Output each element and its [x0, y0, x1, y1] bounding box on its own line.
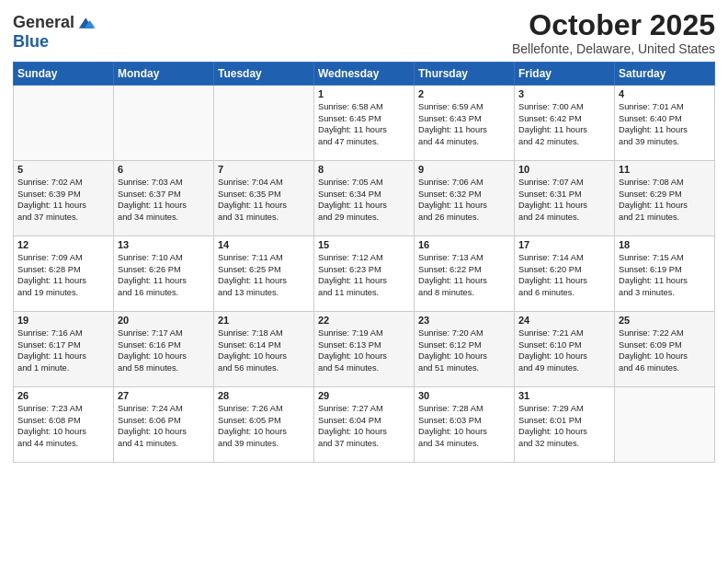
table-cell: 23Sunrise: 7:20 AM Sunset: 6:12 PM Dayli…: [415, 312, 515, 387]
table-cell: 22Sunrise: 7:19 AM Sunset: 6:13 PM Dayli…: [314, 312, 415, 387]
day-number: 4: [619, 88, 711, 99]
calendar-row-4: 19Sunrise: 7:16 AM Sunset: 6:17 PM Dayli…: [14, 312, 715, 387]
table-cell: 28Sunrise: 7:26 AM Sunset: 6:05 PM Dayli…: [214, 387, 314, 463]
month-title: October 2025: [512, 9, 715, 41]
day-info: Sunrise: 6:58 AM Sunset: 6:45 PM Dayligh…: [318, 101, 410, 147]
day-number: 11: [619, 164, 711, 175]
day-info: Sunrise: 7:24 AM Sunset: 6:06 PM Dayligh…: [118, 403, 210, 449]
day-info: Sunrise: 7:00 AM Sunset: 6:42 PM Dayligh…: [518, 101, 610, 147]
day-info: Sunrise: 7:10 AM Sunset: 6:26 PM Dayligh…: [118, 252, 210, 298]
table-cell: 6Sunrise: 7:03 AM Sunset: 6:37 PM Daylig…: [114, 161, 214, 236]
day-info: Sunrise: 7:07 AM Sunset: 6:31 PM Dayligh…: [518, 177, 610, 223]
day-number: 26: [17, 390, 109, 401]
table-cell: 12Sunrise: 7:09 AM Sunset: 6:28 PM Dayli…: [14, 236, 114, 312]
day-number: 23: [418, 315, 510, 326]
day-number: 9: [418, 164, 510, 175]
day-number: 18: [619, 239, 711, 250]
day-info: Sunrise: 7:18 AM Sunset: 6:14 PM Dayligh…: [218, 327, 310, 373]
day-number: 2: [418, 88, 510, 99]
day-number: 22: [318, 315, 410, 326]
day-info: Sunrise: 7:11 AM Sunset: 6:25 PM Dayligh…: [218, 252, 310, 298]
table-cell: 10Sunrise: 7:07 AM Sunset: 6:31 PM Dayli…: [515, 161, 615, 236]
day-info: Sunrise: 6:59 AM Sunset: 6:43 PM Dayligh…: [418, 101, 510, 147]
day-number: 12: [17, 239, 109, 250]
header: General Blue October 2025 Bellefonte, De…: [13, 9, 715, 56]
table-cell: 5Sunrise: 7:02 AM Sunset: 6:39 PM Daylig…: [14, 161, 114, 236]
table-cell: 13Sunrise: 7:10 AM Sunset: 6:26 PM Dayli…: [114, 236, 214, 312]
th-tuesday: Tuesday: [214, 63, 314, 86]
day-number: 16: [418, 239, 510, 250]
day-info: Sunrise: 7:05 AM Sunset: 6:34 PM Dayligh…: [318, 177, 410, 223]
day-info: Sunrise: 7:03 AM Sunset: 6:37 PM Dayligh…: [118, 177, 210, 223]
weekday-header-row: Sunday Monday Tuesday Wednesday Thursday…: [14, 63, 715, 86]
table-cell: 8Sunrise: 7:05 AM Sunset: 6:34 PM Daylig…: [314, 161, 415, 236]
day-info: Sunrise: 7:06 AM Sunset: 6:32 PM Dayligh…: [418, 177, 510, 223]
day-number: 13: [118, 239, 210, 250]
day-number: 8: [318, 164, 410, 175]
th-monday: Monday: [114, 63, 214, 86]
table-cell: [114, 86, 214, 161]
day-info: Sunrise: 7:14 AM Sunset: 6:20 PM Dayligh…: [518, 252, 610, 298]
logo-general: General: [13, 14, 74, 32]
page: General Blue October 2025 Bellefonte, De…: [0, 0, 728, 563]
day-info: Sunrise: 7:21 AM Sunset: 6:10 PM Dayligh…: [518, 327, 610, 373]
day-number: 29: [318, 390, 410, 401]
table-cell: 20Sunrise: 7:17 AM Sunset: 6:16 PM Dayli…: [114, 312, 214, 387]
day-info: Sunrise: 7:29 AM Sunset: 6:01 PM Dayligh…: [518, 403, 610, 449]
table-cell: 16Sunrise: 7:13 AM Sunset: 6:22 PM Dayli…: [415, 236, 515, 312]
th-friday: Friday: [515, 63, 615, 86]
th-saturday: Saturday: [615, 63, 715, 86]
day-number: 3: [518, 88, 610, 99]
day-number: 21: [218, 315, 310, 326]
day-number: 17: [518, 239, 610, 250]
day-number: 15: [318, 239, 410, 250]
table-cell: 11Sunrise: 7:08 AM Sunset: 6:29 PM Dayli…: [615, 161, 715, 236]
day-info: Sunrise: 7:19 AM Sunset: 6:13 PM Dayligh…: [318, 327, 410, 373]
day-info: Sunrise: 7:16 AM Sunset: 6:17 PM Dayligh…: [17, 327, 109, 373]
table-cell: 7Sunrise: 7:04 AM Sunset: 6:35 PM Daylig…: [214, 161, 314, 236]
table-cell: 14Sunrise: 7:11 AM Sunset: 6:25 PM Dayli…: [214, 236, 314, 312]
table-cell: [14, 86, 114, 161]
calendar-row-5: 26Sunrise: 7:23 AM Sunset: 6:08 PM Dayli…: [14, 387, 715, 463]
day-number: 20: [118, 315, 210, 326]
day-number: 10: [518, 164, 610, 175]
table-cell: 27Sunrise: 7:24 AM Sunset: 6:06 PM Dayli…: [114, 387, 214, 463]
day-number: 19: [17, 315, 109, 326]
title-area: October 2025 Bellefonte, Delaware, Unite…: [512, 9, 715, 56]
table-cell: 25Sunrise: 7:22 AM Sunset: 6:09 PM Dayli…: [615, 312, 715, 387]
table-cell: 31Sunrise: 7:29 AM Sunset: 6:01 PM Dayli…: [515, 387, 615, 463]
table-cell: [615, 387, 715, 463]
day-info: Sunrise: 7:22 AM Sunset: 6:09 PM Dayligh…: [619, 327, 711, 373]
day-info: Sunrise: 7:13 AM Sunset: 6:22 PM Dayligh…: [418, 252, 510, 298]
day-number: 30: [418, 390, 510, 401]
day-info: Sunrise: 7:01 AM Sunset: 6:40 PM Dayligh…: [619, 101, 711, 147]
day-number: 1: [318, 88, 410, 99]
day-info: Sunrise: 7:04 AM Sunset: 6:35 PM Dayligh…: [218, 177, 310, 223]
day-info: Sunrise: 7:15 AM Sunset: 6:19 PM Dayligh…: [619, 252, 711, 298]
logo-icon: [76, 13, 97, 33]
th-thursday: Thursday: [415, 63, 515, 86]
table-cell: 21Sunrise: 7:18 AM Sunset: 6:14 PM Dayli…: [214, 312, 314, 387]
day-number: 24: [518, 315, 610, 326]
day-number: 14: [218, 239, 310, 250]
day-number: 25: [619, 315, 711, 326]
day-number: 31: [518, 390, 610, 401]
table-cell: [214, 86, 314, 161]
table-cell: 2Sunrise: 6:59 AM Sunset: 6:43 PM Daylig…: [415, 86, 515, 161]
table-cell: 19Sunrise: 7:16 AM Sunset: 6:17 PM Dayli…: [14, 312, 114, 387]
table-cell: 3Sunrise: 7:00 AM Sunset: 6:42 PM Daylig…: [515, 86, 615, 161]
day-info: Sunrise: 7:26 AM Sunset: 6:05 PM Dayligh…: [218, 403, 310, 449]
logo: General Blue: [13, 13, 97, 52]
day-info: Sunrise: 7:20 AM Sunset: 6:12 PM Dayligh…: [418, 327, 510, 373]
day-number: 27: [118, 390, 210, 401]
table-cell: 17Sunrise: 7:14 AM Sunset: 6:20 PM Dayli…: [515, 236, 615, 312]
day-info: Sunrise: 7:23 AM Sunset: 6:08 PM Dayligh…: [17, 403, 109, 449]
day-info: Sunrise: 7:27 AM Sunset: 6:04 PM Dayligh…: [318, 403, 410, 449]
th-sunday: Sunday: [14, 63, 114, 86]
day-info: Sunrise: 7:02 AM Sunset: 6:39 PM Dayligh…: [17, 177, 109, 223]
table-cell: 30Sunrise: 7:28 AM Sunset: 6:03 PM Dayli…: [415, 387, 515, 463]
location: Bellefonte, Delaware, United States: [512, 41, 715, 56]
calendar-row-3: 12Sunrise: 7:09 AM Sunset: 6:28 PM Dayli…: [14, 236, 715, 312]
day-info: Sunrise: 7:12 AM Sunset: 6:23 PM Dayligh…: [318, 252, 410, 298]
day-number: 7: [218, 164, 310, 175]
